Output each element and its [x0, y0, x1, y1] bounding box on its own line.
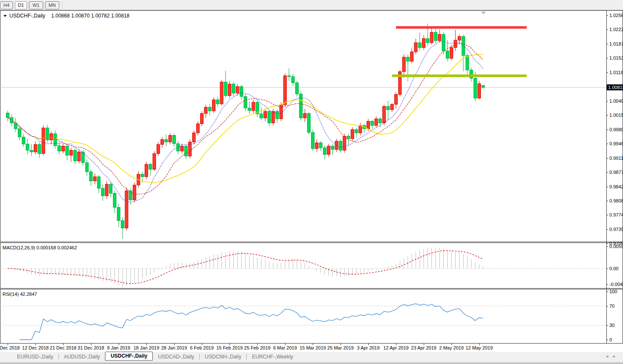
tab-scroll-left-icon[interactable]: ◄	[605, 354, 612, 358]
candle	[268, 110, 271, 126]
chart-shift-marker-icon[interactable]	[481, 12, 486, 14]
macd-axis-label: 0.00	[609, 266, 618, 271]
tab-usdcnh-daily[interactable]: USDCNH-,Daily	[200, 353, 246, 361]
candle	[351, 127, 354, 141]
toolbar-separator	[62, 1, 62, 9]
candle	[462, 35, 465, 71]
price-axis-label: 1.02220	[609, 27, 623, 32]
candle	[430, 28, 433, 45]
resistance-line[interactable]	[396, 26, 527, 29]
price-axis-label: 0.97390	[609, 227, 623, 232]
price-axis-label: 1.02560	[609, 13, 623, 18]
price-axis-label: 0.98080	[609, 198, 623, 203]
candle	[6, 110, 9, 121]
price-axis-label: 1.01870	[609, 41, 623, 46]
date-label: 31 Dec 2018	[78, 345, 104, 350]
candle	[347, 134, 350, 145]
tab-scroll-right-icon[interactable]: ►	[612, 354, 620, 358]
date-label: 3 Dec 2018	[0, 345, 20, 350]
timeframe-button-d1[interactable]: D1	[15, 1, 27, 9]
candle	[133, 182, 136, 202]
candle	[442, 32, 445, 54]
candle	[70, 148, 73, 162]
candle	[371, 120, 374, 129]
price-axis-tick	[606, 101, 608, 101]
candle	[82, 150, 84, 166]
candle	[93, 173, 96, 184]
candle	[300, 92, 303, 121]
macd-canvas[interactable]	[0, 243, 606, 288]
candle	[73, 149, 76, 165]
candle	[157, 142, 160, 156]
rsi-line	[20, 304, 483, 340]
candle	[248, 101, 251, 114]
candle	[240, 85, 243, 100]
timeframe-button-h4[interactable]: H4	[0, 1, 13, 9]
candle	[279, 102, 282, 121]
rsi-canvas[interactable]	[0, 289, 606, 343]
tab-eurusd-daily[interactable]: EURUSD-,Daily	[12, 353, 58, 361]
candle	[387, 101, 390, 120]
candle	[252, 100, 255, 113]
candle	[34, 141, 37, 154]
candle	[438, 29, 441, 43]
candle	[224, 71, 227, 97]
candle	[97, 175, 100, 194]
rsi-axis-tick	[606, 340, 608, 340]
candle	[161, 137, 164, 147]
rsi-axis-label: 30	[609, 323, 614, 328]
timeframe-button-w1[interactable]: W1	[29, 1, 43, 9]
chart-title: USDCHF-,Daily 1.00868 1.00870 1.00782 1.…	[3, 13, 130, 19]
candle	[196, 121, 199, 136]
tab-usdcad-daily[interactable]: USDCAD-,Daily	[153, 353, 199, 361]
date-label: 23 Apr 2019	[411, 345, 436, 350]
price-axis-label: 0.99800	[609, 127, 623, 132]
candle	[339, 139, 342, 153]
price-axis-tick	[606, 44, 608, 44]
candle	[169, 133, 172, 144]
candle	[323, 145, 326, 159]
price-axis-tick	[606, 158, 608, 159]
price-axis-label: 0.99460	[609, 141, 623, 146]
candle	[311, 130, 314, 151]
candle	[145, 162, 148, 179]
tab-audusd-daily[interactable]: AUDUSD-,Daily	[59, 353, 105, 361]
price-axis-label: 0.99110	[609, 156, 623, 161]
chevron-down-icon[interactable]	[3, 15, 7, 17]
chart-window: USDCHF-,Daily 1.00868 1.00870 1.00782 1.…	[0, 10, 623, 352]
tab-usdchf-daily[interactable]: USDCHF-,Daily	[105, 352, 153, 361]
candle	[422, 35, 425, 50]
timeframe-button-mn[interactable]: MN	[45, 1, 59, 9]
candle	[295, 81, 298, 96]
tab-scroll-arrows[interactable]: ◄►	[605, 354, 620, 358]
candle	[42, 125, 45, 155]
candle	[375, 116, 378, 128]
macd-axis-label: -0.00424	[609, 282, 623, 287]
macd-axis-tick	[606, 269, 608, 269]
support-line[interactable]	[392, 75, 527, 77]
candle	[228, 81, 231, 98]
date-axis[interactable]: 3 Dec 201812 Dec 201821 Dec 201831 Dec 2…	[0, 344, 623, 352]
candle	[232, 81, 235, 96]
candle	[363, 124, 366, 133]
candle	[378, 117, 381, 127]
candle	[14, 118, 17, 132]
candle	[291, 74, 294, 86]
candle	[482, 85, 485, 89]
candle	[30, 144, 33, 156]
price-axis-tick	[606, 72, 608, 73]
candle	[283, 73, 286, 107]
candle	[38, 142, 41, 158]
candle	[315, 139, 318, 152]
price-axis-label: 0.97740	[609, 212, 623, 217]
candle	[189, 139, 192, 159]
price-axis-label: 1.01530	[609, 55, 623, 61]
date-label: 28 Jan 2019	[161, 345, 187, 350]
ma-fast-line	[8, 41, 483, 202]
tab-eurchf-weekly[interactable]: EURCHF-,Weekly	[247, 353, 298, 361]
main-chart-canvas[interactable]	[0, 11, 606, 242]
price-axis-tick	[606, 144, 608, 144]
candle	[272, 109, 275, 125]
candle	[236, 84, 239, 95]
candle	[327, 144, 330, 157]
